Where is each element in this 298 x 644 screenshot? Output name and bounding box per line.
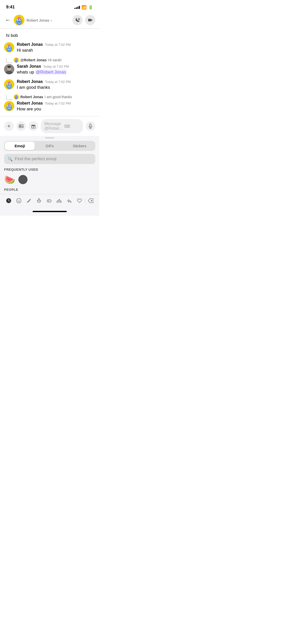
image-icon <box>19 124 24 129</box>
section-people: PEOPLE <box>0 188 99 194</box>
svg-point-33 <box>8 84 9 85</box>
keyboard-icon: ⌨ <box>64 124 79 129</box>
battery-icon: 🔋 <box>88 5 93 10</box>
tab-emoji[interactable]: Emoji <box>5 142 35 150</box>
microphone-button[interactable] <box>86 121 95 131</box>
call-icon <box>75 18 80 23</box>
svg-point-15 <box>10 47 11 48</box>
video-call-button[interactable] <box>85 15 95 25</box>
emoji-search[interactable]: 🔍 Find the perfect emoji <box>4 154 95 164</box>
reply-line <box>6 58 12 63</box>
smiley-icon <box>16 198 22 203</box>
message-avatar <box>4 64 14 74</box>
gift-button[interactable] <box>29 121 38 131</box>
category-travel[interactable] <box>55 196 64 205</box>
message-author: Robert Jonas <box>17 101 43 106</box>
svg-point-16 <box>8 44 10 46</box>
wifi-icon: 📶 <box>82 5 87 10</box>
message-time: Today at 7:02 PM <box>45 43 71 47</box>
emoji-picker: Emoji GIFs Stickers 🔍 Find the perfect e… <box>0 136 99 207</box>
message-input-bar: + Message @Rober... ⌨ <box>0 116 99 136</box>
message-avatar <box>4 101 14 111</box>
home-bar <box>33 211 67 212</box>
message-header: Robert Jonas Today at 7:02 PM <box>17 42 95 47</box>
svg-point-54 <box>19 200 20 200</box>
back-button[interactable]: ← <box>4 16 12 24</box>
message-row: Sarah Jonas Today at 7:02 PM whats up @R… <box>4 64 95 75</box>
feather-icon <box>26 198 32 203</box>
chat-header: ← Robert Jonas › <box>0 13 99 29</box>
message-with-reply: @Robert Jonas Hi sarah Sarah Jonas Today… <box>4 57 95 75</box>
message-input[interactable]: Message @Rober... ⌨ <box>41 119 83 133</box>
message-time: Today at 7:02 PM <box>43 65 69 68</box>
section-frequently-used: FREQUENTLY USED <box>0 168 99 174</box>
message-header: Sarah Jonas Today at 7:02 PM <box>17 64 95 69</box>
svg-point-34 <box>10 84 11 85</box>
header-actions <box>72 15 95 25</box>
message-row: Robert Jonas Today at 7:02 PM I am good … <box>4 79 95 91</box>
emoji-circle[interactable] <box>17 174 29 185</box>
category-recent[interactable] <box>4 196 13 205</box>
signal-icon <box>74 5 80 9</box>
message-header: Robert Jonas Today at 7:02 PM <box>17 79 95 84</box>
status-icons: 📶 🔋 <box>74 5 93 10</box>
message-avatar <box>4 42 14 52</box>
category-symbols[interactable] <box>75 196 84 205</box>
svg-point-53 <box>18 200 18 200</box>
category-people[interactable] <box>14 196 23 205</box>
emoji-watermelon[interactable]: 🍉 <box>4 174 15 185</box>
heart-icon <box>77 198 82 203</box>
category-activity[interactable] <box>45 196 54 205</box>
backspace-icon <box>88 198 93 203</box>
search-icon: 🔍 <box>8 157 13 162</box>
svg-point-4 <box>18 19 19 20</box>
svg-rect-46 <box>19 125 23 128</box>
emoji-categories <box>0 194 99 207</box>
message-author: Robert Jonas <box>17 42 43 47</box>
tab-stickers[interactable]: Stickers <box>65 142 94 150</box>
chevron-icon: › <box>50 18 52 22</box>
reply-author: @Robert Jonas <box>20 58 47 62</box>
call-button[interactable] <box>72 15 83 25</box>
message-text: whats up @Robert Jonas <box>17 69 95 75</box>
svg-point-14 <box>8 47 9 48</box>
svg-rect-9 <box>88 19 91 21</box>
tab-gifs[interactable]: GIFs <box>35 142 64 150</box>
svg-point-44 <box>10 106 11 107</box>
chat-area: hi bob Robert Jonas Today at 7:02 PM Hi … <box>0 29 99 116</box>
message-header: Robert Jonas Today at 7:02 PM <box>17 101 95 106</box>
message-content: Robert Jonas Today at 7:02 PM Hi sarah <box>17 42 95 53</box>
reply-avatar <box>14 94 19 99</box>
status-time: 9:41 <box>6 5 15 10</box>
contact-name[interactable]: Robert Jonas › <box>26 18 70 23</box>
message-row: Robert Jonas Today at 7:02 PM Hi sarah <box>4 42 95 53</box>
svg-point-38 <box>16 95 17 97</box>
mention: @Robert Jonas <box>35 70 66 75</box>
svg-point-35 <box>8 81 10 83</box>
message-content: Sarah Jonas Today at 7:02 PM whats up @R… <box>17 64 95 75</box>
search-placeholder: Find the perfect emoji <box>15 156 56 162</box>
svg-point-21 <box>16 60 16 60</box>
message-row: Robert Jonas Today at 7:02 PM How are yo… <box>4 101 95 112</box>
bike-icon <box>56 198 62 203</box>
reply-author: Robert Jonas <box>20 95 43 99</box>
reply-preview: Robert Jonas I am good thanks <box>4 94 95 100</box>
home-indicator <box>0 207 99 216</box>
category-objects[interactable] <box>65 196 74 205</box>
clock-icon <box>6 198 11 203</box>
reply-text: I am good thanks <box>45 95 72 99</box>
category-food[interactable] <box>34 196 44 205</box>
message-text: How are you <box>17 106 95 112</box>
svg-point-5 <box>20 19 21 20</box>
svg-point-28 <box>7 66 11 68</box>
reply-avatar <box>14 57 19 63</box>
add-button[interactable]: + <box>4 121 14 131</box>
delete-button[interactable] <box>86 197 95 204</box>
message-time: Today at 7:02 PM <box>45 101 71 105</box>
category-nature[interactable] <box>24 196 33 205</box>
message-time: Today at 7:02 PM <box>45 80 71 84</box>
message-with-reply-2: Robert Jonas I am good thanks <box>4 94 95 112</box>
gamepad-icon <box>46 198 52 203</box>
image-button[interactable] <box>16 121 26 131</box>
message-text: hi bob <box>6 33 95 38</box>
